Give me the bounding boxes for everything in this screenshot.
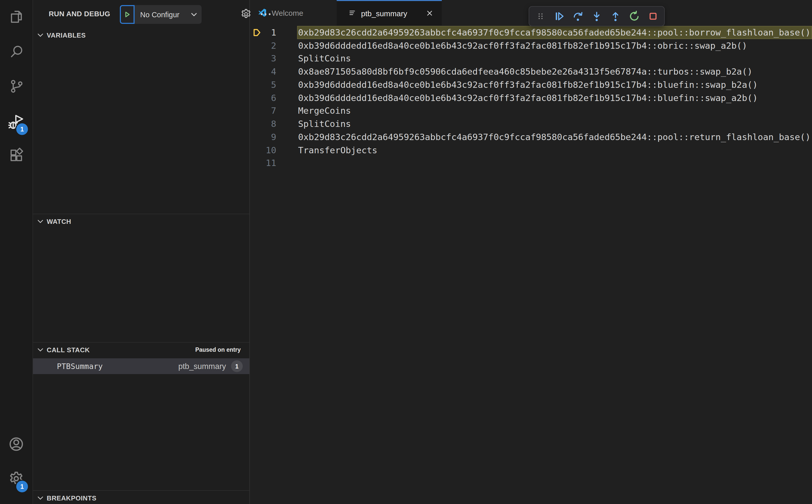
code-line-9[interactable]: 90xb29d83c26cdd2a64959263abbcfc4a6937f0c… bbox=[250, 130, 812, 144]
run-and-debug-sidebar: RUN AND DEBUG No Configur bbox=[33, 0, 250, 504]
code-text: TransferObjects bbox=[297, 144, 812, 157]
chevron-down-icon bbox=[38, 496, 43, 500]
sidebar-item-extensions[interactable] bbox=[0, 139, 32, 172]
code-line-6[interactable]: 60xb39d6dddedd16ed8a40ce0b1e6b43c92acf0f… bbox=[250, 91, 812, 105]
call-stack-frame-row[interactable]: PTBSummary ptb_summary 1 bbox=[33, 358, 249, 374]
sidebar-title: RUN AND DEBUG bbox=[49, 0, 110, 28]
watch-section: WATCH bbox=[33, 214, 249, 342]
code-text: MergeCoins bbox=[297, 104, 812, 117]
views-more-actions-button[interactable] bbox=[258, 0, 273, 28]
editor-area: Welcome ptb_summary bbox=[250, 0, 812, 504]
code-text: 0xb29d83c26cdd2a64959263abbcfc4a6937f0c9… bbox=[297, 130, 812, 144]
line-number[interactable]: 3 bbox=[250, 52, 276, 65]
code-text: 0x8ae871505a80d8bf6bf9c05906cda6edfeea46… bbox=[297, 65, 812, 78]
line-number[interactable]: 5 bbox=[250, 78, 276, 91]
chevron-down-icon bbox=[191, 12, 202, 16]
debug-count-badge: 1 bbox=[15, 122, 29, 136]
breakpoints-section-label: BREAKPOINTS bbox=[47, 494, 96, 502]
explorer-icon bbox=[9, 9, 24, 24]
variables-section-label: VARIABLES bbox=[47, 31, 86, 39]
line-number[interactable]: 10 bbox=[250, 144, 276, 157]
code-line-1[interactable]: 10xb29d83c26cdd2a64959263abbcfc4a6937f0c… bbox=[250, 26, 812, 39]
ellipsis-icon bbox=[260, 12, 271, 15]
stack-frame-meta: ptb_summary 1 bbox=[178, 360, 249, 372]
code-line-4[interactable]: 40x8ae871505a80d8bf6bf9c05906cda6edfeea4… bbox=[250, 65, 812, 78]
code-text: 0xb39d6dddedd16ed8a40ce0b1e6b43c92acf0ff… bbox=[297, 39, 812, 52]
variables-section: VARIABLES bbox=[33, 28, 249, 214]
debug-toolbar bbox=[529, 6, 665, 26]
restart-button[interactable] bbox=[628, 10, 640, 22]
activity-bar: 1 bbox=[0, 0, 33, 504]
code-editor[interactable]: 10xb29d83c26cdd2a64959263abbcfc4a6937f0c… bbox=[250, 25, 812, 504]
line-number[interactable]: 2 bbox=[250, 39, 276, 52]
sidebar-item-search[interactable] bbox=[0, 36, 32, 68]
watch-section-label: WATCH bbox=[47, 217, 71, 225]
start-debug-button[interactable] bbox=[120, 5, 135, 24]
search-icon bbox=[9, 44, 24, 59]
stack-frame-source: ptb_summary bbox=[178, 362, 226, 371]
line-number[interactable]: 6 bbox=[250, 91, 276, 105]
chevron-down-icon bbox=[38, 33, 43, 37]
line-number[interactable]: 11 bbox=[250, 157, 276, 170]
extensions-icon bbox=[9, 148, 24, 163]
code-line-5[interactable]: 50xb39d6dddedd16ed8a40ce0b1e6b43c92acf0f… bbox=[250, 78, 812, 91]
source-control-icon bbox=[9, 79, 24, 94]
sidebar-header: RUN AND DEBUG No Configur bbox=[33, 0, 249, 28]
continue-button[interactable] bbox=[553, 10, 565, 22]
toolbar-drag-handle[interactable] bbox=[534, 10, 547, 22]
tab-ptb-summary-label: ptb_summary bbox=[361, 9, 407, 18]
code-text bbox=[297, 157, 812, 170]
accounts-button[interactable] bbox=[0, 428, 32, 460]
stack-frame-badge: 1 bbox=[231, 360, 243, 372]
code-line-2[interactable]: 20xb39d6dddedd16ed8a40ce0b1e6b43c92acf0f… bbox=[250, 39, 812, 52]
code-text: SplitCoins bbox=[297, 117, 812, 131]
close-tab-icon[interactable] bbox=[425, 8, 435, 18]
code-text: 0xb29d83c26cdd2a64959263abbcfc4a6937f0c9… bbox=[297, 26, 812, 39]
launch-config-dropdown[interactable]: No Configur bbox=[120, 5, 202, 24]
call-stack-section-label: CALL STACK bbox=[47, 346, 90, 354]
watch-section-header[interactable]: WATCH bbox=[33, 214, 249, 228]
step-over-button[interactable] bbox=[572, 10, 584, 22]
tab-welcome-label: Welcome bbox=[272, 8, 303, 17]
line-number[interactable]: 7 bbox=[250, 104, 276, 117]
stack-frame-name: PTBSummary bbox=[57, 362, 103, 371]
chevron-down-icon bbox=[38, 220, 43, 223]
step-into-button[interactable] bbox=[591, 10, 603, 22]
code-line-7[interactable]: 7MergeCoins bbox=[250, 104, 812, 117]
chevron-down-icon bbox=[38, 348, 43, 351]
launch-config-label: No Configur bbox=[135, 10, 191, 19]
file-list-icon bbox=[348, 9, 356, 17]
tab-ptb-summary[interactable]: ptb_summary bbox=[337, 0, 442, 25]
variables-section-header[interactable]: VARIABLES bbox=[33, 28, 249, 42]
settings-button[interactable]: 1 bbox=[0, 462, 32, 495]
code-line-10[interactable]: 10TransferObjects bbox=[250, 144, 812, 157]
settings-count-badge: 1 bbox=[15, 480, 29, 493]
stop-button[interactable] bbox=[647, 10, 659, 22]
sidebar-item-explorer[interactable] bbox=[0, 1, 32, 33]
gear-icon bbox=[240, 8, 252, 20]
code-line-11[interactable]: 11 bbox=[250, 157, 812, 170]
play-icon bbox=[123, 11, 131, 18]
code-line-3[interactable]: 3SplitCoins bbox=[250, 52, 812, 65]
call-stack-section-header[interactable]: CALL STACK Paused on entry bbox=[33, 343, 249, 357]
debug-status-text: Paused on entry bbox=[195, 347, 249, 353]
code-text: 0xb39d6dddedd16ed8a40ce0b1e6b43c92acf0ff… bbox=[297, 78, 812, 91]
line-number[interactable]: 9 bbox=[250, 130, 276, 144]
code-text: 0xb39d6dddedd16ed8a40ce0b1e6b43c92acf0ff… bbox=[297, 91, 812, 105]
call-stack-section: CALL STACK Paused on entry PTBSummary pt… bbox=[33, 342, 249, 490]
debug-settings-button[interactable] bbox=[239, 0, 253, 28]
account-icon bbox=[8, 436, 24, 452]
sidebar-item-source-control[interactable] bbox=[0, 70, 32, 103]
breakpoints-section-header[interactable]: BREAKPOINTS bbox=[33, 491, 249, 504]
line-number[interactable]: 8 bbox=[250, 117, 276, 131]
breakpoints-section: BREAKPOINTS bbox=[33, 490, 249, 504]
vscode-window: 1 bbox=[0, 0, 812, 504]
code-line-8[interactable]: 8SplitCoins bbox=[250, 117, 812, 131]
step-out-button[interactable] bbox=[609, 10, 622, 22]
sidebar-item-run-and-debug[interactable]: 1 bbox=[0, 106, 32, 138]
line-number[interactable]: 4 bbox=[250, 65, 276, 78]
code-text: SplitCoins bbox=[297, 52, 812, 65]
code-lines: 10xb29d83c26cdd2a64959263abbcfc4a6937f0c… bbox=[250, 26, 812, 170]
